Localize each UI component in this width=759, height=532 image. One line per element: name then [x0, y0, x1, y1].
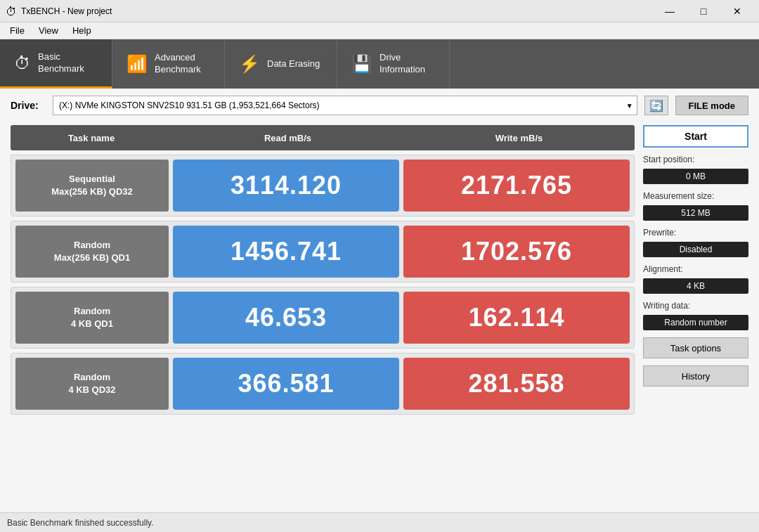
basic-benchmark-icon: ⏱	[14, 53, 31, 73]
bench-write-1: 1702.576	[403, 226, 630, 278]
tab-advanced-benchmark-label: AdvancedBenchmark	[155, 52, 201, 76]
start-position-label: Start position:	[643, 155, 748, 164]
advanced-benchmark-icon: 📶	[126, 54, 148, 74]
drive-select[interactable]: (X:) NVMe KINGSTON SNV2S10 931.51 GB (1,…	[53, 96, 637, 115]
start-button[interactable]: Start	[643, 125, 748, 148]
header-write: Write mB/s	[403, 125, 635, 150]
right-panel: Start Start position: 0 MB Measurement s…	[643, 125, 748, 505]
tab-advanced-benchmark[interactable]: 📶 AdvancedBenchmark	[112, 39, 225, 89]
menu-view[interactable]: View	[32, 24, 65, 37]
start-position-value: 0 MB	[643, 169, 748, 184]
drive-information-icon: 💾	[351, 54, 372, 74]
tab-data-erasing-label: Data Erasing	[267, 58, 320, 70]
bench-row-name-1: RandomMax(256 KB) QD1	[15, 226, 169, 278]
status-bar: Basic Benchmark finished successfully.	[0, 512, 759, 532]
task-options-button[interactable]: Task options	[643, 337, 748, 358]
measurement-size-label: Measurement size:	[643, 191, 748, 201]
header-read: Read mB/s	[172, 125, 403, 150]
tab-drive-information-label: DriveInformation	[379, 52, 425, 76]
bench-read-0: 3114.120	[173, 160, 399, 212]
bench-write-0: 2171.765	[403, 160, 630, 212]
tab-bar: ⏱ BasicBenchmark 📶 AdvancedBenchmark ⚡ D…	[0, 39, 759, 89]
file-mode-button[interactable]: FILE mode	[675, 96, 748, 115]
benchmark-area: Task name Read mB/s Write mB/s Sequentia…	[11, 125, 748, 505]
prewrite-value: Disabled	[643, 242, 748, 257]
bench-row-random-4kb-qd32: Random4 KB QD32 366.581 281.558	[11, 353, 635, 415]
writing-data-label: Writing data:	[643, 301, 748, 311]
bench-write-3: 281.558	[403, 358, 630, 410]
tab-basic-benchmark-label: BasicBenchmark	[38, 51, 84, 75]
bench-header: Task name Read mB/s Write mB/s	[11, 125, 635, 150]
drive-refresh-button[interactable]: 🔄	[644, 96, 668, 115]
bench-read-3: 366.581	[173, 358, 399, 410]
drive-label: Drive:	[11, 100, 46, 111]
writing-data-value: Random number	[643, 315, 748, 330]
tab-drive-information[interactable]: 💾 DriveInformation	[337, 39, 450, 89]
prewrite-label: Prewrite:	[643, 228, 748, 238]
bench-read-1: 1456.741	[173, 226, 399, 278]
tab-data-erasing[interactable]: ⚡ Data Erasing	[225, 39, 337, 89]
bench-table: Task name Read mB/s Write mB/s Sequentia…	[11, 125, 635, 505]
menu-help[interactable]: Help	[65, 24, 98, 37]
window-title: TxBENCH - New project	[21, 6, 654, 16]
window-controls: — □ ✕	[654, 0, 753, 22]
bench-row-name-3: Random4 KB QD32	[15, 358, 169, 410]
menu-bar: File View Help	[0, 22, 759, 39]
minimize-button[interactable]: —	[654, 0, 686, 22]
app-icon: ⏱	[6, 6, 17, 17]
bench-row-random-256kb: RandomMax(256 KB) QD1 1456.741 1702.576	[11, 221, 635, 283]
bench-row-name-2: Random4 KB QD1	[15, 292, 169, 344]
tab-basic-benchmark[interactable]: ⏱ BasicBenchmark	[0, 39, 112, 89]
main-content: Drive: (X:) NVMe KINGSTON SNV2S10 931.51…	[0, 89, 759, 512]
bench-row-sequential: SequentialMax(256 KB) QD32 3114.120 2171…	[11, 155, 635, 216]
bench-read-2: 46.653	[173, 292, 399, 344]
maximize-button[interactable]: □	[687, 0, 720, 22]
header-task-name: Task name	[11, 125, 172, 150]
measurement-size-value: 512 MB	[643, 205, 748, 221]
drive-row: Drive: (X:) NVMe KINGSTON SNV2S10 931.51…	[11, 96, 748, 115]
alignment-label: Alignment:	[643, 264, 748, 274]
bench-write-2: 162.114	[403, 292, 630, 344]
bench-row-name-0: SequentialMax(256 KB) QD32	[15, 160, 169, 212]
bench-row-random-4kb-qd1: Random4 KB QD1 46.653 162.114	[11, 287, 635, 349]
alignment-value: 4 KB	[643, 278, 748, 294]
menu-file[interactable]: File	[3, 24, 32, 37]
drive-select-wrapper: (X:) NVMe KINGSTON SNV2S10 931.51 GB (1,…	[53, 96, 637, 115]
data-erasing-icon: ⚡	[239, 54, 260, 74]
title-bar: ⏱ TxBENCH - New project — □ ✕	[0, 0, 759, 22]
history-button[interactable]: History	[643, 365, 748, 387]
status-text: Basic Benchmark finished successfully.	[7, 518, 154, 528]
close-button[interactable]: ✕	[721, 0, 753, 22]
